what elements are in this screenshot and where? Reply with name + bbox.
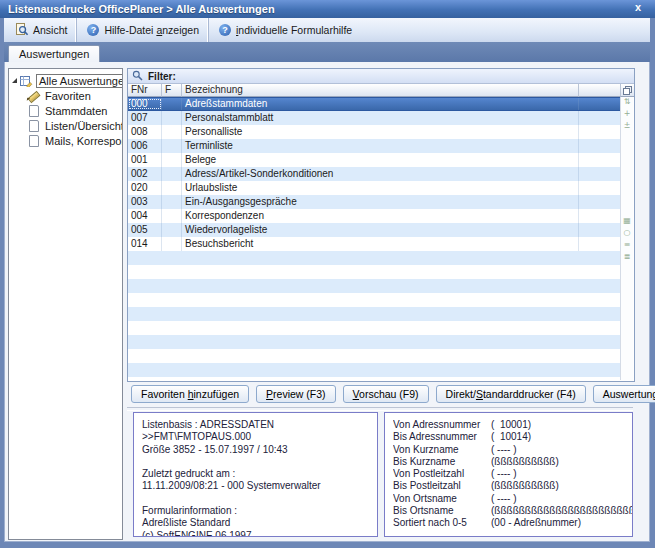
- cell-fnr: 003: [128, 195, 162, 209]
- cell-empty: [579, 181, 621, 195]
- filter-bar[interactable]: Filter:: [128, 69, 634, 84]
- cell-fnr: 002: [128, 167, 162, 181]
- cell-bezeichnung: Ein-/Ausgangsgespräche: [182, 195, 579, 209]
- column-header-bezeichnung[interactable]: Bezeichnung: [182, 84, 579, 97]
- tree-item-icon: [27, 105, 40, 117]
- cell-empty: [579, 195, 621, 209]
- column-header-f[interactable]: F: [162, 84, 182, 97]
- info-line: [142, 456, 377, 468]
- table-row[interactable]: 001 Belege: [128, 153, 621, 167]
- cell-empty: [579, 139, 621, 153]
- cell-fnr: 001: [128, 153, 162, 167]
- tab-auswertungen[interactable]: Auswertungen: [8, 45, 100, 62]
- search-icon[interactable]: ○: [624, 228, 631, 237]
- cell-f: [162, 181, 182, 195]
- tree-item[interactable]: Listen/Übersichten: [9, 118, 122, 133]
- tree-item[interactable]: Favoriten: [9, 88, 122, 103]
- info-row-label: Von Postleitzahl: [393, 468, 491, 480]
- column-header-empty: [579, 84, 621, 97]
- table-row[interactable]: 002 Adress/Artikel-Sonderkonditionen: [128, 167, 621, 181]
- info-row-label: Von Adressnummer: [393, 419, 491, 431]
- toolbar-button[interactable]: Hilfe-Datei anzeigen: [76, 18, 208, 42]
- tree-item[interactable]: Mails, Korrespondenzen: [9, 133, 122, 148]
- table-row[interactable]: 020 Urlaubsliste: [128, 181, 621, 195]
- grid-icon[interactable]: ▦: [623, 216, 631, 225]
- cell-bezeichnung: Adreßstammdaten: [182, 98, 579, 110]
- info-line: Adreßliste Standard: [142, 517, 377, 529]
- cell-empty: [579, 125, 621, 139]
- tree-item-alle-auswertungen[interactable]: Alle Auswertungen: [9, 73, 122, 88]
- info-row: Sortiert nach 0-5 (00 - Adreßnummer): [393, 517, 632, 529]
- column-header-fnr[interactable]: FNr: [128, 84, 162, 97]
- info-line: Formularinformation :: [142, 505, 377, 517]
- toolbar-button[interactable]: individuelle Formularhilfe: [208, 18, 361, 42]
- table-row[interactable]: 014 Besuchsbericht: [128, 237, 621, 251]
- cell-bezeichnung: Wiedervorlageliste: [182, 223, 579, 237]
- toolbar-button[interactable]: Ansicht: [6, 18, 76, 42]
- cell-f: [162, 167, 182, 181]
- cell-f: [162, 153, 182, 167]
- grid-side-toolbar: ⇅+± ▦○≡≣: [620, 97, 633, 380]
- close-button[interactable]: x: [631, 1, 645, 13]
- cell-fnr: 008: [128, 125, 162, 139]
- table-row[interactable]: 004 Korrespondenzen: [128, 209, 621, 223]
- action-button[interactable]: Favoriten hinzufügen: [131, 385, 249, 403]
- cell-bezeichnung: Besuchsbericht: [182, 237, 579, 251]
- cell-empty: [579, 98, 621, 110]
- tree-item[interactable]: Stammdaten: [9, 103, 122, 118]
- cell-f: [162, 111, 182, 125]
- info-row: Von Postleitzahl ( ---- ): [393, 468, 632, 480]
- action-button[interactable]: Direkt/Standarddrucker (F4): [436, 385, 586, 403]
- table-row[interactable]: 000 Adreßstammdaten: [128, 97, 621, 111]
- cell-fnr: 004: [128, 209, 162, 223]
- cell-f: [162, 223, 182, 237]
- info-row-value: ( ---- ): [491, 493, 517, 505]
- tree-item-label: Alle Auswertungen: [36, 74, 123, 88]
- section-divider: [127, 407, 633, 411]
- info-row: Von Kurzname ( ---- ): [393, 444, 632, 456]
- tab-strip: Auswertungen: [4, 42, 650, 62]
- window-title: Listenausdrucke OfficePlaner > Alle Ausw…: [0, 3, 275, 15]
- table-row[interactable]: 003 Ein-/Ausgangsgespräche: [128, 195, 621, 209]
- expand-all-icon[interactable]: ±: [624, 121, 631, 130]
- add-icon[interactable]: +: [624, 109, 631, 118]
- tree-expander-icon[interactable]: [12, 78, 17, 83]
- cell-fnr: 006: [128, 139, 162, 153]
- toolbar-icon: [15, 23, 29, 37]
- info-row-value: (ßßßßßßßßßß): [491, 456, 559, 468]
- cell-bezeichnung: Urlaubsliste: [182, 181, 579, 195]
- grid-body: 000 Adreßstammdaten 007 Personalstammbla…: [128, 97, 634, 251]
- table-row[interactable]: 008 Personalliste: [128, 125, 621, 139]
- info-row-label: Bis Ortsname: [393, 505, 491, 517]
- info-row: Bis Postleitzahl (ßßßßßßßßßß): [393, 480, 632, 492]
- action-button[interactable]: Auswertung drucken: [593, 385, 655, 403]
- detail-list-icon[interactable]: ≣: [624, 252, 631, 261]
- table-row[interactable]: 006 Terminliste: [128, 139, 621, 153]
- cell-empty: [579, 153, 621, 167]
- list-icon[interactable]: ≡: [624, 240, 631, 249]
- cell-f: [162, 237, 182, 251]
- tree-children: Favoriten Stammdaten Listen/Übersichten …: [9, 88, 122, 148]
- cell-bezeichnung: Belege: [182, 153, 579, 167]
- side-toolbar-middle: ▦○≡≣: [623, 216, 631, 261]
- toolbar-button-label: Ansicht: [33, 24, 67, 36]
- tree-item-label: Listen/Übersichten: [43, 120, 123, 132]
- table-row[interactable]: 005 Wiedervorlageliste: [128, 223, 621, 237]
- cell-fnr: 007: [128, 111, 162, 125]
- column-chooser-icon[interactable]: [621, 84, 634, 97]
- cell-f: [162, 139, 182, 153]
- info-row-label: Bis Adressnummer: [393, 431, 491, 443]
- cell-bezeichnung: Terminliste: [182, 139, 579, 153]
- side-toolbar-top: ⇅+±: [624, 97, 631, 130]
- info-row: Von Adressnummer ( 10001): [393, 419, 632, 431]
- info-line: (c) SoftENGINE 06.1997: [142, 530, 377, 537]
- action-button[interactable]: Preview (F3): [256, 385, 336, 403]
- table-row[interactable]: 007 Personalstammblatt: [128, 111, 621, 125]
- folder-edit-icon: [20, 75, 33, 87]
- sort-icon[interactable]: ⇅: [624, 97, 631, 106]
- action-button[interactable]: Vorschau (F9): [343, 385, 429, 403]
- info-row: Bis Adressnummer ( 10014): [393, 431, 632, 443]
- info-line: 11.11.2009/08:21 - 000 Systemverwalter: [142, 480, 377, 492]
- range-info-panel: Von Adressnummer ( 10001) Bis Adressnumm…: [384, 412, 633, 537]
- cell-bezeichnung: Korrespondenzen: [182, 209, 579, 223]
